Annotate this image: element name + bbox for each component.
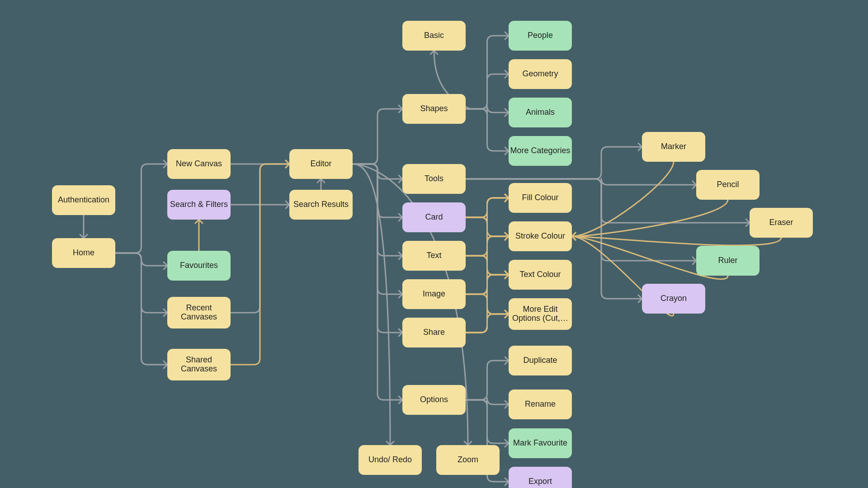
- node-label: Export: [528, 477, 552, 486]
- node-search-filters[interactable]: Search & Filters: [167, 190, 231, 220]
- node-share[interactable]: Share: [402, 318, 466, 347]
- edge: [466, 314, 509, 333]
- edge: [466, 109, 509, 151]
- node-more-categories[interactable]: More Categories: [509, 136, 572, 166]
- node-label: Canvases: [181, 364, 217, 373]
- node-fill-colour[interactable]: Fill Colour: [509, 183, 572, 213]
- node-label: Shapes: [420, 104, 448, 113]
- node-label: Animals: [526, 108, 555, 117]
- node-label: Geometry: [522, 69, 558, 78]
- node-marker[interactable]: Marker: [642, 132, 705, 162]
- node-label: Shared: [186, 355, 212, 364]
- node-label: Fill Colour: [522, 193, 558, 202]
- edge: [466, 361, 509, 400]
- node-crayon[interactable]: Crayon: [642, 284, 705, 314]
- edge: [466, 179, 696, 261]
- node-label: Undo/ Redo: [368, 455, 412, 464]
- node-people[interactable]: People: [509, 21, 572, 51]
- node-label: Editor: [310, 159, 331, 168]
- nodes-layer: AuthenticationHomeNew CanvasSearch & Fil…: [52, 21, 813, 488]
- node-new-canvas[interactable]: New Canvas: [167, 149, 231, 179]
- node-undo-redo[interactable]: Undo/ Redo: [359, 445, 422, 475]
- node-label: Tools: [425, 174, 443, 183]
- node-label: Text: [426, 251, 441, 260]
- node-label: Search Results: [293, 200, 349, 209]
- node-stroke-colour[interactable]: Stroke Colour: [509, 221, 572, 251]
- edge: [353, 164, 390, 445]
- node-label: Eraser: [769, 218, 793, 227]
- node-label: Options: [420, 395, 448, 404]
- node-label: Options (Cut,…: [512, 314, 568, 323]
- node-label: Home: [73, 248, 94, 257]
- node-shapes[interactable]: Shapes: [402, 94, 466, 124]
- node-label: New Canvas: [176, 159, 222, 168]
- edge: [115, 164, 167, 253]
- node-label: Share: [423, 328, 445, 337]
- edge: [231, 164, 289, 365]
- node-favourites[interactable]: Favourites: [167, 251, 231, 281]
- node-options[interactable]: Options: [402, 385, 466, 415]
- node-eraser[interactable]: Eraser: [750, 208, 813, 238]
- edge: [353, 109, 402, 164]
- node-mark-favourite[interactable]: Mark Favourite: [509, 428, 572, 458]
- edge: [572, 200, 728, 236]
- node-editor[interactable]: Editor: [289, 149, 353, 179]
- node-authentication[interactable]: Authentication: [52, 185, 115, 215]
- node-label: Ruler: [718, 256, 737, 265]
- node-label: Marker: [661, 142, 686, 151]
- node-label: More Categories: [510, 146, 570, 155]
- node-label: Basic: [424, 31, 444, 40]
- node-label: Rename: [525, 399, 556, 408]
- node-home[interactable]: Home: [52, 238, 115, 268]
- node-label: Zoom: [458, 455, 478, 464]
- node-pencil[interactable]: Pencil: [696, 170, 760, 200]
- node-label: Stroke Colour: [515, 231, 565, 240]
- node-export[interactable]: Export: [509, 467, 572, 488]
- node-text-colour[interactable]: Text Colour: [509, 260, 572, 290]
- node-zoom[interactable]: Zoom: [436, 445, 500, 475]
- node-label: Favourites: [180, 261, 218, 270]
- edge: [466, 74, 509, 109]
- node-ruler[interactable]: Ruler: [696, 246, 760, 276]
- node-label: Mark Favourite: [513, 438, 567, 447]
- node-label: Pencil: [717, 180, 739, 189]
- node-label: Authentication: [58, 195, 109, 204]
- node-text[interactable]: Text: [402, 241, 466, 271]
- node-basic[interactable]: Basic: [402, 21, 466, 51]
- node-animals[interactable]: Animals: [509, 98, 572, 127]
- node-label: People: [528, 31, 553, 40]
- edge: [115, 253, 167, 365]
- node-label: Duplicate: [523, 356, 557, 365]
- node-label: Card: [425, 212, 443, 221]
- node-label: Search & Filters: [170, 200, 228, 209]
- node-label: Image: [423, 289, 445, 298]
- node-image[interactable]: Image: [402, 279, 466, 309]
- node-shared-canvases[interactable]: SharedCanvases: [167, 349, 231, 380]
- flowchart-canvas: AuthenticationHomeNew CanvasSearch & Fil…: [0, 0, 868, 488]
- node-label: Canvases: [181, 312, 217, 321]
- node-more-edit-options[interactable]: More EditOptions (Cut,…: [509, 298, 572, 330]
- node-label: Recent: [186, 303, 212, 312]
- node-rename[interactable]: Rename: [509, 389, 572, 419]
- node-card[interactable]: Card: [402, 202, 466, 232]
- node-recent-canvases[interactable]: RecentCanvases: [167, 297, 231, 328]
- node-tools[interactable]: Tools: [402, 164, 466, 194]
- node-geometry[interactable]: Geometry: [509, 59, 572, 89]
- edge: [353, 164, 402, 400]
- node-label: Crayon: [660, 294, 687, 303]
- node-label: More Edit: [523, 305, 557, 314]
- node-label: Text Colour: [519, 270, 561, 279]
- node-duplicate[interactable]: Duplicate: [509, 346, 572, 375]
- node-search-results[interactable]: Search Results: [289, 190, 353, 220]
